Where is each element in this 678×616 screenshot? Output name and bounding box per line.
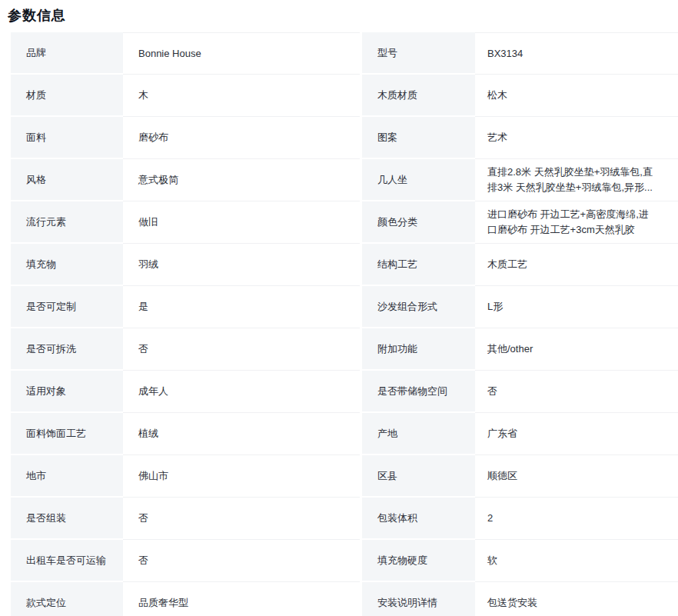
param-value: 成年人 <box>123 371 360 413</box>
param-value: 顺德区 <box>475 455 678 498</box>
param-label: 区县 <box>362 455 475 498</box>
param-label: 填充物硬度 <box>362 540 475 582</box>
param-label: 结构工艺 <box>362 244 475 286</box>
param-label: 木质材质 <box>362 75 475 117</box>
param-value: 松木 <box>475 75 678 117</box>
param-value: 包送货安装 <box>475 582 678 616</box>
param-label: 面料 <box>11 117 123 159</box>
param-value: 否 <box>475 371 678 413</box>
param-value: 羽绒 <box>123 244 360 286</box>
param-value: 艺术 <box>475 117 678 159</box>
param-label: 是否组装 <box>11 498 123 540</box>
param-value: 直排2.8米 天然乳胶坐垫+羽绒靠包,直排3米 天然乳胶坐垫+羽绒靠包,异形..… <box>475 159 678 201</box>
section-title: 参数信息 <box>0 0 678 25</box>
param-label: 安装说明详情 <box>362 582 475 616</box>
table-row: 是否可拆洗 否 附加功能 其他/other <box>11 328 678 371</box>
table-row: 出租车是否可运输 否 填充物硬度 软 <box>11 540 678 582</box>
param-label: 附加功能 <box>362 328 475 371</box>
table-row: 是否组装 否 包装体积 2 <box>11 498 678 540</box>
param-value: 意式极简 <box>123 159 360 201</box>
product-parameters-section: 参数信息 品牌 Bonnie House 型号 BX3134 材质 木 木质材质… <box>0 0 678 616</box>
param-value: BX3134 <box>475 32 678 75</box>
param-value: 磨砂布 <box>123 117 360 159</box>
param-label: 风格 <box>11 159 123 201</box>
table-row: 适用对象 成年人 是否带储物空间 否 <box>11 371 678 413</box>
table-row: 填充物 羽绒 结构工艺 木质工艺 <box>11 244 678 286</box>
param-label: 出租车是否可运输 <box>11 540 123 582</box>
param-label: 地市 <box>11 455 123 498</box>
param-label: 图案 <box>362 117 475 159</box>
table-row: 面料饰面工艺 植绒 产地 广东省 <box>11 413 678 455</box>
param-value: 否 <box>123 498 360 540</box>
table-row: 是否可定制 是 沙发组合形式 L形 <box>11 286 678 328</box>
param-value: 佛山市 <box>123 455 360 498</box>
param-label: 材质 <box>11 75 123 117</box>
param-label: 沙发组合形式 <box>362 286 475 328</box>
param-value: 木质工艺 <box>475 244 678 286</box>
param-value: 进口磨砂布 开边工艺+高密度海绵,进口磨砂布 开边工艺+3cm天然乳胶 <box>475 201 678 244</box>
param-value: 品质奢华型 <box>123 582 360 616</box>
param-label: 品牌 <box>11 32 123 75</box>
table-row: 流行元素 做旧 颜色分类 进口磨砂布 开边工艺+高密度海绵,进口磨砂布 开边工艺… <box>11 201 678 244</box>
param-value: 广东省 <box>475 413 678 455</box>
table-row: 材质 木 木质材质 松木 <box>11 75 678 117</box>
param-label: 产地 <box>362 413 475 455</box>
param-label: 几人坐 <box>362 159 475 201</box>
table-row: 款式定位 品质奢华型 安装说明详情 包送货安装 <box>11 582 678 616</box>
param-label: 型号 <box>362 32 475 75</box>
param-label: 流行元素 <box>11 201 123 244</box>
param-value: 做旧 <box>123 201 360 244</box>
param-label: 款式定位 <box>11 582 123 616</box>
param-value: 2 <box>475 498 678 540</box>
param-value: Bonnie House <box>123 32 360 75</box>
parameter-table: 品牌 Bonnie House 型号 BX3134 材质 木 木质材质 松木 面… <box>11 32 678 616</box>
param-value: 植绒 <box>123 413 360 455</box>
table-row: 品牌 Bonnie House 型号 BX3134 <box>11 32 678 75</box>
param-value: 其他/other <box>475 328 678 371</box>
param-value: 软 <box>475 540 678 582</box>
param-value: 否 <box>123 328 360 371</box>
table-row: 风格 意式极简 几人坐 直排2.8米 天然乳胶坐垫+羽绒靠包,直排3米 天然乳胶… <box>11 159 678 201</box>
param-value: 木 <box>123 75 360 117</box>
param-label: 填充物 <box>11 244 123 286</box>
param-value: 是 <box>123 286 360 328</box>
param-label: 是否可定制 <box>11 286 123 328</box>
param-value: L形 <box>475 286 678 328</box>
param-label: 包装体积 <box>362 498 475 540</box>
param-label: 颜色分类 <box>362 201 475 244</box>
table-row: 面料 磨砂布 图案 艺术 <box>11 117 678 159</box>
param-label: 是否可拆洗 <box>11 328 123 371</box>
param-label: 适用对象 <box>11 371 123 413</box>
param-label: 是否带储物空间 <box>362 371 475 413</box>
param-label: 面料饰面工艺 <box>11 413 123 455</box>
table-row: 地市 佛山市 区县 顺德区 <box>11 455 678 498</box>
param-value: 否 <box>123 540 360 582</box>
